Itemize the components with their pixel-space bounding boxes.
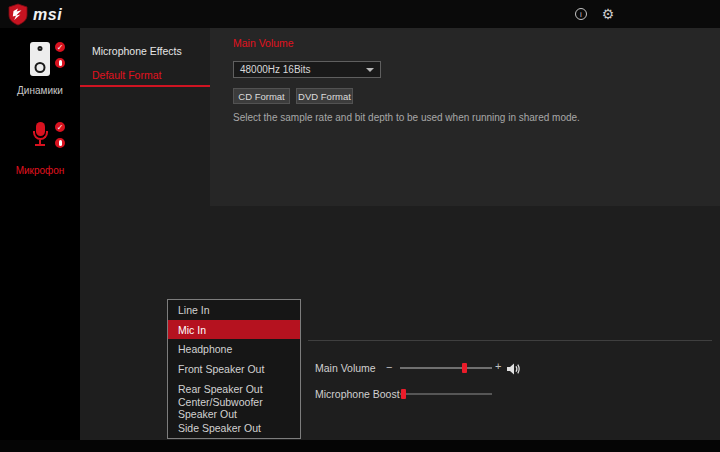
- menu-option-mic-in[interactable]: Mic In: [168, 320, 300, 340]
- gear-icon[interactable]: ⚙: [600, 6, 616, 22]
- gear-glyph: ⚙: [602, 7, 615, 21]
- volume-minus-button[interactable]: −: [386, 361, 392, 373]
- format-description: Select the sample rate and bit depth to …: [233, 112, 580, 123]
- main-volume-label: Main Volume: [315, 362, 376, 374]
- selected-menu-underline: [80, 85, 210, 87]
- microphone-icon: [30, 122, 50, 146]
- default-check-badge: ✓: [53, 40, 67, 54]
- volume-plus-button[interactable]: +: [495, 360, 501, 372]
- panel-heading: Main Volume: [233, 37, 294, 49]
- msi-shield-icon: [8, 3, 28, 26]
- main-volume-slider-handle[interactable]: [462, 363, 467, 373]
- menu-option-side-speaker-out[interactable]: Side Speaker Out: [168, 418, 300, 438]
- mic-boost-slider-handle[interactable]: [401, 389, 406, 399]
- device-sidebar: ✓ Динамики ✓ Микрофон: [0, 28, 80, 440]
- speakers-label: Динамики: [0, 85, 80, 96]
- menu-option-front-speaker-out[interactable]: Front Speaker Out: [168, 359, 300, 379]
- mic-boost-label: Microphone Boost: [315, 388, 400, 400]
- communication-badge: [53, 136, 67, 150]
- title-bar: msi i ⚙: [0, 0, 720, 28]
- info-icon[interactable]: i: [573, 6, 589, 22]
- sample-rate-value: 48000Hz 16Bits: [240, 64, 311, 75]
- dvd-format-button[interactable]: DVD Format: [296, 88, 353, 104]
- cd-format-button[interactable]: CD Format: [233, 88, 290, 104]
- chevron-down-icon: [366, 68, 374, 72]
- section-divider: [308, 340, 712, 341]
- default-check-badge: ✓: [53, 120, 67, 134]
- mic-boost-slider[interactable]: [400, 393, 492, 395]
- sidebar-item-speakers[interactable]: ✓ Динамики: [0, 38, 80, 96]
- info-circle-glyph: i: [575, 8, 587, 20]
- sidebar-item-microphone[interactable]: ✓ Микрофон: [0, 118, 80, 176]
- speakers-icon: [30, 42, 50, 76]
- sample-rate-select[interactable]: 48000Hz 16Bits: [233, 61, 381, 78]
- speaker-volume-icon[interactable]: [507, 361, 521, 379]
- menu-item-default-format[interactable]: Default Format: [92, 69, 161, 81]
- connector-dropdown-menu: Line In Mic In Headphone Front Speaker O…: [167, 299, 301, 439]
- msi-logo: msi: [8, 3, 62, 26]
- microphone-label: Микрофон: [0, 165, 80, 176]
- bottom-edge-bar: [0, 440, 720, 452]
- app-window: msi i ⚙ ✓ Динамики: [0, 0, 720, 452]
- menu-option-line-in[interactable]: Line In: [168, 300, 300, 320]
- menu-item-microphone-effects[interactable]: Microphone Effects: [92, 45, 182, 57]
- brand-text: msi: [33, 6, 62, 24]
- main-volume-slider[interactable]: [400, 367, 492, 369]
- menu-option-center-subwoofer-out[interactable]: Center/Subwoofer Speaker Out: [168, 398, 300, 418]
- menu-option-headphone[interactable]: Headphone: [168, 339, 300, 359]
- communication-badge: [53, 56, 67, 70]
- default-format-panel: Main Volume 48000Hz 16Bits CD Format DVD…: [210, 28, 720, 206]
